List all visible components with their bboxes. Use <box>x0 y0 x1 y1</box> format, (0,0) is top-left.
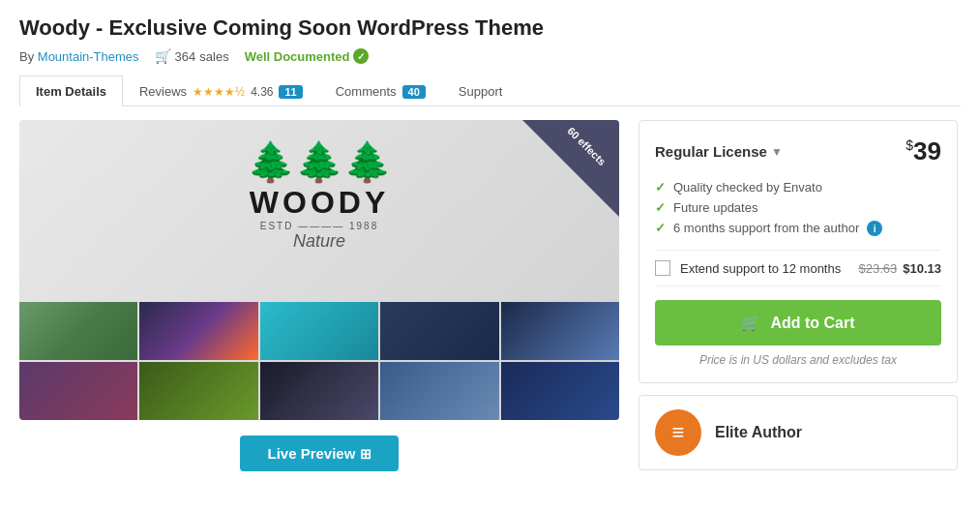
woody-brand-text: WOODY <box>247 185 392 221</box>
license-price: $39 <box>906 136 941 166</box>
extend-support-checkbox[interactable] <box>655 260 670 276</box>
tab-comments[interactable]: Comments 40 <box>319 75 442 106</box>
author-avatar: ≡ <box>655 409 701 456</box>
author-link[interactable]: Mountain-Themes <box>38 49 139 64</box>
comments-count-badge: 40 <box>402 85 426 99</box>
thumb-7 <box>139 362 257 420</box>
thumb-6 <box>19 362 137 420</box>
thumb-10 <box>501 362 619 420</box>
nature-text: Nature <box>247 231 392 252</box>
corner-badge-text: 60 effects <box>565 124 609 168</box>
stars: ★★★★½ <box>193 85 245 99</box>
live-preview-wrapper: Live Preview ⊞ <box>19 436 619 471</box>
cart-icon: 🛒 <box>741 314 760 332</box>
thumb-3 <box>260 302 378 360</box>
thumb-5 <box>501 302 619 360</box>
feature-3: ✓ 6 months support from the author i <box>655 221 941 236</box>
preview-image-container: 🌲🌲🌲 WOODY ESTD ———— 1988 Nature 60 effec… <box>19 120 619 420</box>
extend-prices: $23.63 $10.13 <box>858 261 941 276</box>
feature-2: ✓ Future updates <box>655 200 941 215</box>
thumb-2 <box>139 302 257 360</box>
check-icon-1: ✓ <box>655 180 666 195</box>
tax-note: Price is in US dollars and excludes tax <box>655 353 941 367</box>
elite-author-label: Elite Author <box>715 424 802 441</box>
license-name[interactable]: Regular License ▼ <box>655 143 783 160</box>
add-to-cart-button[interactable]: 🛒 Add to Cart <box>655 300 941 346</box>
extend-support-row: Extend support to 12 months $23.63 $10.1… <box>655 250 941 286</box>
sidebar: Regular License ▼ $39 ✓ Quality checked … <box>638 120 958 471</box>
tabs-row: Item Details Reviews ★★★★½ 4.36 11 Comme… <box>19 75 961 106</box>
live-preview-button[interactable]: Live Preview ⊞ <box>240 436 398 471</box>
thumb-9 <box>380 362 498 420</box>
tab-item-details[interactable]: Item Details <box>19 75 123 106</box>
reviews-count-badge: 11 <box>279 85 302 99</box>
preview-section: 🌲🌲🌲 WOODY ESTD ———— 1988 Nature 60 effec… <box>19 120 619 471</box>
main-content: 🌲🌲🌲 WOODY ESTD ———— 1988 Nature 60 effec… <box>19 120 961 471</box>
tab-support[interactable]: Support <box>442 75 520 106</box>
check-icon-2: ✓ <box>655 200 666 215</box>
tree-icon: 🌲🌲🌲 <box>247 139 392 185</box>
feature-1: ✓ Quality checked by Envato <box>655 180 941 195</box>
extend-support-label: Extend support to 12 months <box>680 261 848 276</box>
sales-info: 🛒 364 sales <box>155 48 229 64</box>
dropdown-arrow-icon: ▼ <box>771 145 783 159</box>
by-label: By Mountain-Themes <box>19 49 139 64</box>
new-price: $10.13 <box>903 261 941 276</box>
check-circle-icon: ✓ <box>353 48 369 64</box>
features-list: ✓ Quality checked by Envato ✓ Future upd… <box>655 180 941 236</box>
well-documented-badge: Well Documented ✓ <box>245 48 370 64</box>
meta-row: By Mountain-Themes 🛒 364 sales Well Docu… <box>19 48 961 64</box>
check-icon-3: ✓ <box>655 221 666 235</box>
info-icon[interactable]: i <box>867 221 882 236</box>
woody-logo: 🌲🌲🌲 WOODY ESTD ———— 1988 Nature <box>247 139 392 252</box>
rating-value: 4.36 <box>251 85 273 99</box>
estd-line: ESTD ———— 1988 <box>247 221 392 231</box>
thumb-1 <box>19 302 137 360</box>
cart-small-icon: 🛒 <box>155 48 171 64</box>
thumbnails-grid <box>19 302 619 420</box>
grid-icon: ⊞ <box>360 446 371 462</box>
thumb-4 <box>380 302 498 360</box>
license-box: Regular License ▼ $39 ✓ Quality checked … <box>638 120 958 383</box>
thumb-8 <box>260 362 378 420</box>
elite-author-box: ≡ Elite Author <box>638 395 958 470</box>
tab-reviews[interactable]: Reviews ★★★★½ 4.36 11 <box>123 75 319 106</box>
old-price: $23.63 <box>858 261 897 276</box>
license-header: Regular License ▼ $39 <box>655 136 941 166</box>
page-title: Woody - Exclusive Coming Soon WordPress … <box>19 15 961 41</box>
